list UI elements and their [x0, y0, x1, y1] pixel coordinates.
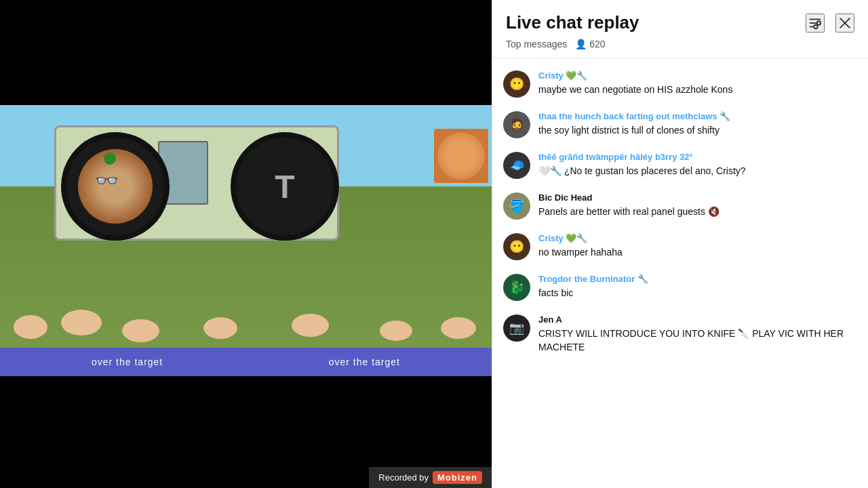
person-icon: 👤 — [575, 39, 587, 49]
recorded-text: Recorded by — [378, 472, 429, 483]
chat-title: Live chat replay — [506, 12, 639, 33]
svg-point-3 — [817, 21, 821, 25]
person-thumbnail — [434, 129, 488, 183]
message-avatar: 🧔 — [503, 111, 530, 138]
message-username: Cristy 💚🔧 — [538, 70, 857, 81]
message-text: Panels are better with real panel guests… — [538, 205, 857, 218]
message-username: Cristy 💚🔧 — [538, 233, 857, 243]
message-text: the soy light district is full of clones… — [538, 123, 857, 137]
video-content: T over the target over the target — [0, 105, 492, 376]
message-avatar: 😶 — [503, 233, 530, 260]
message-text: maybe we can negotiate on HIS azzhole Ko… — [538, 83, 857, 96]
chat-message: 🧔thaa the hunch back farting out methcla… — [492, 104, 868, 145]
chat-message: 🧢thēē grãñd twämppër häléy b3rry 32°🤍🔧 ¿… — [492, 145, 868, 186]
recorded-badge: Recorded by Mobizen — [369, 467, 492, 488]
chat-messages[interactable]: 😶Cristy 💚🔧maybe we can negotiate on HIS … — [492, 58, 868, 488]
message-content: Cristy 💚🔧maybe we can negotiate on HIS a… — [538, 70, 857, 96]
subtitle-right: over the target — [329, 357, 400, 367]
close-icon — [837, 16, 852, 30]
viewer-count-number: 620 — [589, 39, 605, 49]
message-text: facts bic — [538, 286, 857, 300]
message-text: 🤍🔧 ¿No te gustan los placeres del ano, C… — [538, 164, 857, 178]
message-text: no twamper hahaha — [538, 245, 857, 259]
chat-title-icons — [806, 14, 854, 33]
message-avatar: 😶 — [503, 70, 530, 98]
circle-right: T — [231, 132, 339, 241]
filter-button[interactable] — [806, 14, 825, 33]
chat-header: Live chat replay — [492, 0, 868, 58]
top-messages-label: Top messages — [506, 39, 567, 49]
message-content: thaa the hunch back farting out methclaw… — [538, 111, 857, 137]
message-content: Trogdor the Burninator 🔧facts bic — [538, 274, 857, 300]
message-username: thēē grãñd twämppër häléy b3rry 32° — [538, 152, 857, 162]
message-username: Trogdor the Burninator 🔧 — [538, 274, 857, 284]
close-button[interactable] — [835, 14, 854, 33]
message-username: Jen A — [538, 314, 857, 325]
message-username: Bic Dic Head — [538, 192, 857, 203]
message-content: Bic Dic HeadPanels are better with real … — [538, 192, 857, 218]
message-text: CRISTY WILL INTRODUCE YOU INTO KNIFE 🔪 P… — [538, 327, 857, 354]
message-content: Jen ACRISTY WILL INTRODUCE YOU INTO KNIF… — [538, 314, 857, 354]
message-username: thaa the hunch back farting out methclaw… — [538, 111, 857, 121]
chat-subtitle: Top messages 👤 620 — [506, 39, 854, 49]
chat-message: 😶Cristy 💚🔧maybe we can negotiate on HIS … — [492, 64, 868, 104]
message-avatar: 📷 — [503, 314, 530, 342]
circle-avatar-left — [78, 149, 153, 224]
circle-left — [61, 132, 170, 241]
viewer-count: 👤 620 — [575, 39, 605, 49]
svg-point-4 — [814, 24, 818, 28]
message-avatar: 🪣 — [503, 192, 530, 220]
circle-right-letter: T — [275, 168, 294, 205]
chat-message: 🐉Trogdor the Burninator 🔧facts bic — [492, 267, 868, 308]
message-avatar: 🐉 — [503, 274, 530, 301]
person-face — [437, 132, 485, 180]
subtitle-bar: over the target over the target — [0, 348, 492, 376]
filter-icon — [808, 16, 823, 30]
chat-panel: Live chat replay — [492, 0, 868, 488]
message-content: thēē grãñd twämppër häléy b3rry 32°🤍🔧 ¿N… — [538, 152, 857, 178]
mobizen-logo: Mobizen — [433, 471, 482, 484]
message-avatar: 🧢 — [503, 152, 530, 179]
chat-message: 😶Cristy 💚🔧no twamper hahaha — [492, 226, 868, 267]
chat-message: 🪣Bic Dic HeadPanels are better with real… — [492, 186, 868, 226]
video-panel: T over the target over the target — [0, 0, 492, 488]
subtitle-left: over the target — [92, 357, 163, 367]
message-content: Cristy 💚🔧no twamper hahaha — [538, 233, 857, 259]
chat-message: 📷Jen ACRISTY WILL INTRODUCE YOU INTO KNI… — [492, 308, 868, 361]
